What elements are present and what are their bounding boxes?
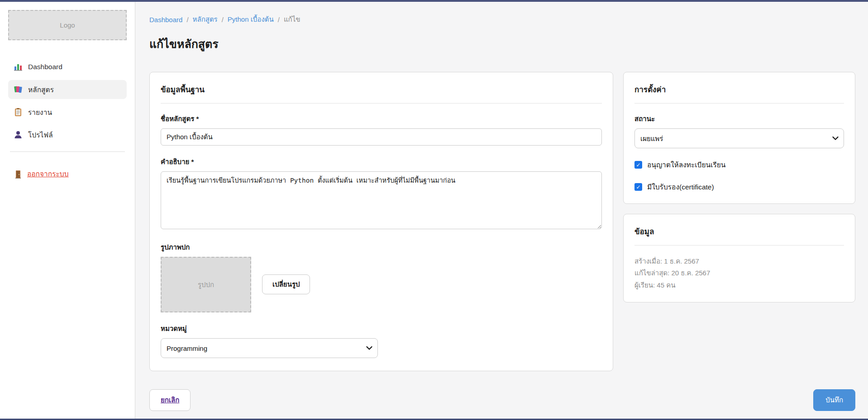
bar-chart-icon — [14, 62, 23, 71]
actions-row: ยกเลิก บันทึก — [149, 389, 855, 411]
breadcrumb-courses[interactable]: หลักสูตร — [193, 14, 218, 25]
settings-card: การตั้งค่า สถานะ เผยแพร่ — [623, 72, 855, 204]
basic-info-card: ข้อมูลพื้นฐาน ชื่อหลักสูตร * คำอธิบาย * … — [149, 72, 613, 371]
sidebar-item-courses[interactable]: หลักสูตร — [8, 80, 127, 99]
status-label: สถานะ — [634, 113, 844, 124]
sidebar-item-reports[interactable]: รายงาน — [8, 103, 127, 122]
sidebar-divider — [10, 151, 125, 152]
logout-label: ออกจากระบบ — [27, 168, 69, 179]
breadcrumb-separator: / — [222, 16, 224, 24]
books-icon — [14, 85, 23, 94]
breadcrumb-current: แก้ไข — [284, 14, 300, 25]
description-field-group: คำอธิบาย * เรียนรู้พื้นฐานการเขียนโปรแกร… — [161, 156, 602, 231]
allow-enrollment-label: อนุญาตให้ลงทะเบียนเรียน — [647, 159, 725, 170]
cover-field-group: รูปภาพปก รูปปก เปลี่ยนรูป — [161, 242, 602, 312]
allow-enrollment-row[interactable]: อนุญาตให้ลงทะเบียนเรียน — [634, 159, 844, 170]
breadcrumb-separator: / — [186, 16, 188, 24]
course-name-label: ชื่อหลักสูตร * — [161, 113, 602, 124]
learner-count-text: ผู้เรียน: 45 คน — [634, 279, 844, 291]
checkbox-checked-icon[interactable] — [634, 161, 642, 169]
change-image-button[interactable]: เปลี่ยนรูป — [262, 274, 310, 294]
breadcrumb-separator: / — [278, 16, 280, 24]
breadcrumb-course-name[interactable]: Python เบื้องต้น — [228, 14, 274, 25]
cancel-button[interactable]: ยกเลิก — [149, 389, 191, 411]
logo: Logo — [8, 10, 127, 40]
info-title: ข้อมูล — [634, 225, 844, 237]
status-select[interactable]: เผยแพร่ — [634, 128, 844, 148]
info-card: ข้อมูล สร้างเมื่อ: 1 ธ.ค. 2567 แก้ไขล่าส… — [623, 214, 855, 302]
logout-link[interactable]: ออกจากระบบ — [8, 168, 127, 179]
person-icon — [14, 130, 23, 139]
content-row: ข้อมูลพื้นฐาน ชื่อหลักสูตร * คำอธิบาย * … — [149, 72, 855, 371]
layout: Logo Dashboard หลักสูตร รายงาน — [0, 2, 868, 419]
last-edited-text: แก้ไขล่าสุด: 20 ธ.ค. 2567 — [634, 267, 844, 279]
description-label: คำอธิบาย * — [161, 156, 602, 167]
sidebar-item-profile[interactable]: โปรไฟล์ — [8, 125, 127, 144]
card-divider — [634, 103, 844, 104]
category-label: หมวดหมู่ — [161, 323, 602, 334]
logo-text: Logo — [60, 21, 75, 29]
category-field-group: หมวดหมู่ Programming — [161, 323, 602, 358]
save-button[interactable]: บันทึก — [813, 389, 855, 411]
cover-row: รูปปก เปลี่ยนรูป — [161, 257, 602, 312]
breadcrumb-dashboard[interactable]: Dashboard — [149, 16, 182, 24]
sidebar: Logo Dashboard หลักสูตร รายงาน — [0, 2, 135, 419]
breadcrumb: Dashboard / หลักสูตร / Python เบื้องต้น … — [149, 14, 855, 25]
category-select-wrap: Programming — [161, 338, 378, 358]
page: Logo Dashboard หลักสูตร รายงาน — [0, 0, 868, 420]
category-select[interactable]: Programming — [161, 338, 378, 358]
cover-image-placeholder: รูปปก — [161, 257, 251, 312]
status-select-wrap: เผยแพร่ — [634, 128, 844, 148]
door-icon — [14, 170, 23, 179]
main-content: Dashboard / หลักสูตร / Python เบื้องต้น … — [135, 2, 868, 419]
description-textarea[interactable]: เรียนรู้พื้นฐานการเขียนโปรแกรมด้วยภาษา P… — [161, 171, 602, 229]
sidebar-item-label: โปรไฟล์ — [28, 129, 53, 141]
settings-title: การตั้งค่า — [634, 83, 844, 95]
certificate-label: มีใบรับรอง(certificate) — [647, 181, 714, 193]
sidebar-item-label: หลักสูตร — [28, 84, 54, 95]
created-date-text: สร้างเมื่อ: 1 ธ.ค. 2567 — [634, 255, 844, 267]
card-divider — [161, 103, 602, 104]
cover-placeholder-text: รูปปก — [198, 279, 214, 290]
certificate-row[interactable]: มีใบรับรอง(certificate) — [634, 181, 844, 193]
clipboard-icon — [14, 108, 23, 117]
card-divider — [634, 245, 844, 245]
course-name-field-group: ชื่อหลักสูตร * — [161, 113, 602, 146]
sidebar-item-dashboard[interactable]: Dashboard — [8, 57, 127, 76]
checkbox-checked-icon[interactable] — [634, 183, 642, 191]
sidebar-item-label: รายงาน — [28, 107, 52, 118]
basic-info-title: ข้อมูลพื้นฐาน — [161, 83, 602, 95]
right-column: การตั้งค่า สถานะ เผยแพร่ — [623, 72, 855, 302]
sidebar-item-label: Dashboard — [28, 63, 62, 71]
cover-label: รูปภาพปก — [161, 242, 602, 253]
course-name-input[interactable] — [161, 128, 602, 146]
page-title: แก้ไขหลักสูตร — [149, 35, 855, 53]
